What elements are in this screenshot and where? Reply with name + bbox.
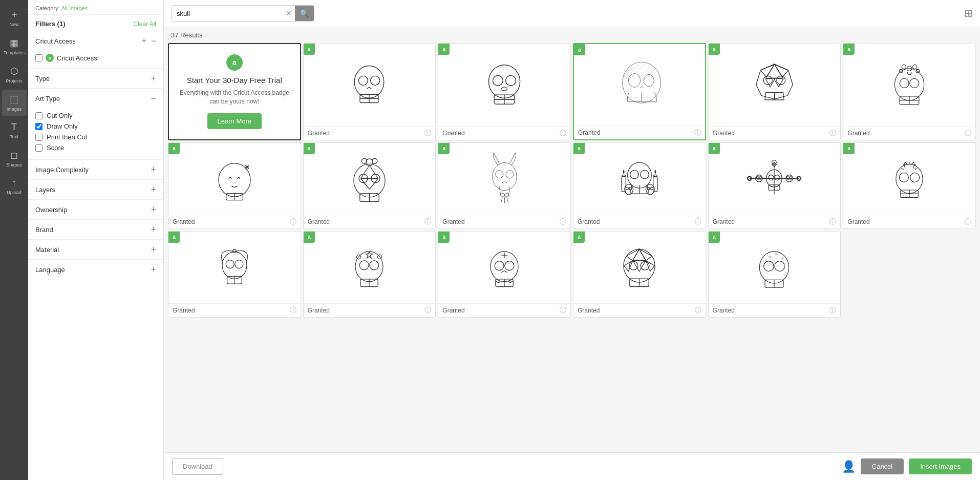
image-card-11[interactable]: a	[708, 142, 841, 229]
insert-images-button[interactable]: Insert Images	[909, 458, 972, 474]
promo-badge-letter: a	[232, 58, 237, 67]
ownership-header[interactable]: Ownership +	[28, 200, 163, 219]
info-icon-12[interactable]: ⓘ	[965, 217, 971, 226]
nav-item-text[interactable]: T Text	[2, 118, 27, 143]
info-icon-2[interactable]: ⓘ	[424, 129, 431, 138]
info-icon-8[interactable]: ⓘ	[424, 217, 431, 226]
brand-plus-icon[interactable]: +	[151, 225, 156, 234]
learn-more-button[interactable]: Learn More	[207, 113, 262, 129]
search-button[interactable]: 🔍	[295, 6, 314, 21]
info-icon-11[interactable]: ⓘ	[829, 217, 836, 226]
svg-point-160	[765, 259, 766, 260]
print-then-cut-checkbox[interactable]	[35, 134, 42, 141]
card-badge-12: a	[843, 143, 855, 154]
card-footer-2: Granted ⓘ	[304, 126, 436, 140]
image-card-9[interactable]: a	[438, 142, 571, 229]
svg-point-114	[900, 173, 909, 182]
nav-label-text: Text	[10, 134, 18, 139]
nav-item-templates[interactable]: ▦ Templates	[2, 33, 27, 59]
image-complexity-section: Image Complexity +	[28, 159, 163, 179]
card-footer-15: Granted ⓘ	[438, 303, 570, 317]
info-icon-4[interactable]: ⓘ	[694, 128, 701, 137]
promo-card[interactable]: a Start Your 30-Day Free Trial Everythin…	[168, 43, 301, 140]
svg-line-119	[902, 168, 904, 169]
nav-item-shapes[interactable]: ◻ Shapes	[2, 145, 27, 172]
info-icon-17[interactable]: ⓘ	[829, 306, 836, 315]
info-icon-5[interactable]: ⓘ	[829, 129, 836, 138]
results-count: 37 Results	[164, 27, 980, 43]
cancel-button[interactable]: Cancel	[861, 458, 904, 474]
cricut-access-minus-icon[interactable]: −	[151, 36, 156, 46]
nav-item-projects[interactable]: ⬡ Projects	[2, 61, 27, 88]
info-icon-10[interactable]: ⓘ	[695, 217, 701, 226]
card-label-4: Granted	[578, 129, 600, 136]
card-badge-11: a	[709, 143, 720, 154]
image-card-17[interactable]: a Granted ⓘ	[708, 231, 841, 318]
art-type-header[interactable]: Art Type −	[28, 89, 163, 108]
clear-all-button[interactable]: Clear All	[133, 20, 156, 28]
image-card-15[interactable]: a Granted ⓘ	[438, 231, 571, 318]
svg-point-5	[371, 76, 380, 86]
brand-header[interactable]: Brand +	[28, 220, 163, 239]
ownership-plus-icon[interactable]: +	[151, 205, 156, 214]
layers-plus-icon[interactable]: +	[151, 185, 156, 194]
image-card-12[interactable]: a	[843, 142, 976, 229]
type-header[interactable]: Type +	[28, 69, 163, 88]
image-card-5[interactable]: a	[708, 43, 841, 140]
info-icon-3[interactable]: ⓘ	[560, 129, 566, 138]
image-complexity-header[interactable]: Image Complexity +	[28, 160, 163, 179]
info-icon-14[interactable]: ⓘ	[424, 306, 431, 315]
card-footer-10: Granted ⓘ	[573, 215, 706, 228]
material-header[interactable]: Material +	[28, 240, 163, 259]
info-icon-7[interactable]: ⓘ	[290, 217, 296, 226]
material-plus-icon[interactable]: +	[151, 245, 156, 254]
search-input[interactable]	[172, 6, 283, 21]
cricut-access-checkbox[interactable]	[35, 54, 42, 61]
info-icon-13[interactable]: ⓘ	[290, 306, 296, 315]
image-card-10[interactable]: a	[573, 142, 706, 229]
svg-point-95	[775, 175, 780, 180]
draw-only-checkbox[interactable]	[35, 123, 42, 130]
art-type-minus-icon[interactable]: −	[151, 94, 156, 103]
image-card-6[interactable]: a Granted	[843, 43, 976, 140]
download-button[interactable]: Download	[172, 458, 223, 475]
info-icon-15[interactable]: ⓘ	[560, 306, 566, 315]
cut-only-checkbox[interactable]	[35, 112, 42, 119]
image-card-16[interactable]: a Granted ⓘ	[573, 231, 706, 318]
grid-view-toggle[interactable]: ⊞	[964, 7, 973, 19]
image-card-2[interactable]: a Granted ⓘ	[303, 43, 436, 140]
card-label-13: Granted	[173, 307, 195, 314]
info-icon-16[interactable]: ⓘ	[695, 306, 701, 315]
text-icon: T	[11, 122, 17, 133]
search-clear-button[interactable]: ✕	[283, 6, 295, 21]
card-image-area-7	[168, 143, 301, 215]
nav-item-new[interactable]: ＋ New	[2, 4, 27, 31]
cricut-access-add-icon[interactable]: +	[141, 36, 147, 46]
layers-header[interactable]: Layers +	[28, 180, 163, 199]
image-complexity-plus-icon[interactable]: +	[151, 165, 156, 174]
language-plus-icon[interactable]: +	[151, 265, 156, 274]
image-card-4[interactable]: a	[573, 43, 706, 140]
cricut-access-header[interactable]: Cricut Access + −	[28, 31, 163, 51]
nav-item-upload[interactable]: ↑ Upload	[2, 174, 27, 199]
image-card-7[interactable]: a Granted ⓘ	[168, 142, 301, 229]
svg-point-43	[910, 79, 919, 88]
card-footer-16: Granted ⓘ	[573, 303, 706, 317]
svg-point-106	[790, 177, 792, 179]
image-card-3[interactable]: a Granted ⓘ	[438, 43, 571, 140]
image-card-14[interactable]: a Granted ⓘ	[303, 231, 436, 318]
card-footer-4: Granted ⓘ	[574, 126, 705, 139]
type-plus-icon[interactable]: +	[151, 74, 156, 83]
category-value[interactable]: All Images	[61, 5, 88, 11]
language-header[interactable]: Language +	[28, 260, 163, 279]
cricut-access-title: Cricut Access	[35, 37, 76, 45]
info-icon-6[interactable]: ⓘ	[965, 129, 971, 138]
image-card-8[interactable]: a	[303, 142, 436, 229]
svg-point-42	[900, 79, 909, 88]
score-checkbox[interactable]	[35, 144, 42, 152]
nav-item-images[interactable]: ⬚ Images	[2, 90, 27, 116]
info-icon-9[interactable]: ⓘ	[560, 217, 566, 226]
card-badge-7: a	[168, 143, 180, 154]
svg-rect-77	[622, 176, 626, 191]
image-card-13[interactable]: a Granted ⓘ	[168, 231, 301, 318]
